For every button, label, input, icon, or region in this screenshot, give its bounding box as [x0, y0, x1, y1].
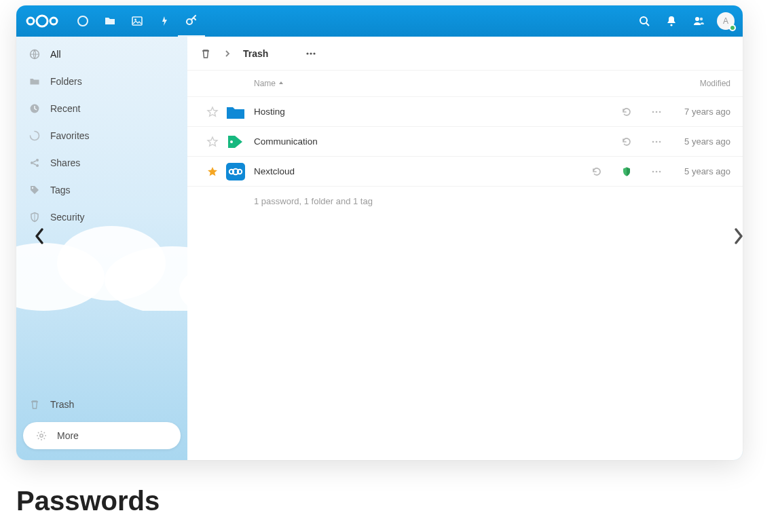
sidebar-item-label: Trash — [50, 399, 74, 410]
avatar-initial: A — [723, 16, 728, 26]
list-summary: 1 password, 1 folder and 1 tag — [187, 186, 743, 206]
passwords-app-icon[interactable] — [178, 5, 205, 37]
trash-icon — [29, 398, 41, 411]
sidebar-item-tags[interactable]: Tags — [16, 176, 187, 204]
favorite-toggle[interactable] — [200, 106, 225, 118]
item-modified: 5 years ago — [663, 136, 730, 147]
item-name[interactable]: Hosting — [254, 107, 554, 117]
item-name[interactable]: Communication — [254, 136, 554, 147]
list-row[interactable]: Nextcloud 5 years ago — [187, 156, 743, 186]
files-app-icon[interactable] — [96, 5, 124, 37]
activity-app-icon[interactable] — [151, 5, 178, 37]
svg-point-38 — [656, 170, 658, 172]
column-name-label: Name — [254, 79, 276, 88]
globe-icon — [29, 48, 41, 60]
svg-point-11 — [640, 17, 647, 24]
svg-rect-8 — [132, 17, 142, 25]
sidebar-item-label: More — [57, 430, 79, 441]
page-title: Passwords — [16, 486, 160, 516]
favorite-toggle[interactable] — [200, 136, 225, 148]
svg-point-14 — [695, 17, 699, 21]
svg-point-22 — [40, 434, 43, 437]
sidebar-item-more[interactable]: More — [23, 422, 181, 449]
column-modified-header[interactable]: Modified — [663, 79, 730, 88]
breadcrumb: Trash — [187, 37, 743, 71]
contacts-icon[interactable] — [690, 12, 707, 30]
search-icon[interactable] — [635, 12, 653, 30]
list-row[interactable]: Communication 5 years ago — [187, 126, 743, 156]
trash-icon[interactable] — [200, 48, 212, 60]
dashboard-app-icon[interactable] — [69, 5, 96, 37]
sidebar-item-label: Favorites — [50, 130, 90, 141]
nextcloud-logo[interactable] — [24, 12, 60, 30]
password-icon — [225, 162, 254, 181]
svg-point-5 — [37, 16, 48, 26]
sidebar-item-favorites[interactable]: Favorites — [16, 122, 187, 149]
svg-point-28 — [659, 111, 661, 113]
sidebar-item-label: Shares — [50, 157, 80, 168]
security-shield-icon[interactable] — [620, 166, 633, 178]
svg-point-31 — [656, 140, 658, 142]
breadcrumb-title: Trash — [243, 48, 268, 59]
content: Trash Name Modified — [187, 37, 743, 460]
folder-icon — [29, 75, 41, 88]
restore-icon[interactable] — [620, 106, 633, 118]
app-window: A All Folders Recent Favorites — [16, 5, 743, 460]
column-name-header[interactable]: Name — [254, 79, 554, 88]
svg-point-13 — [670, 24, 672, 26]
svg-line-12 — [646, 23, 649, 26]
clock-icon — [29, 102, 41, 115]
svg-point-6 — [50, 18, 57, 24]
sidebar-item-shares[interactable]: Shares — [16, 149, 187, 176]
sidebar-item-folders[interactable]: Folders — [16, 68, 187, 95]
svg-point-32 — [659, 140, 661, 142]
status-online-icon — [729, 24, 736, 31]
svg-point-19 — [36, 159, 39, 162]
carousel-prev-icon[interactable] — [27, 224, 52, 248]
carousel-next-icon[interactable] — [726, 224, 751, 248]
sidebar-item-trash[interactable]: Trash — [16, 391, 187, 418]
item-modified: 5 years ago — [663, 166, 730, 176]
sidebar-item-label: Tags — [50, 185, 71, 195]
svg-point-20 — [36, 164, 39, 167]
svg-point-27 — [656, 111, 658, 113]
more-icon[interactable] — [650, 136, 663, 148]
sidebar-item-all[interactable]: All — [16, 41, 187, 68]
more-icon[interactable] — [650, 106, 663, 118]
item-modified: 7 years ago — [663, 107, 730, 117]
svg-point-18 — [31, 162, 33, 164]
notifications-icon[interactable] — [663, 12, 680, 30]
svg-point-21 — [32, 187, 33, 189]
svg-point-24 — [310, 52, 312, 54]
restore-icon[interactable] — [620, 136, 633, 148]
list-header: Name Modified — [187, 71, 743, 96]
sidebar-item-label: Security — [50, 212, 85, 223]
chevron-right-icon — [221, 48, 234, 60]
share-icon — [29, 157, 41, 169]
breadcrumb-more-icon[interactable] — [305, 48, 317, 60]
svg-point-26 — [652, 111, 654, 113]
svg-point-7 — [78, 16, 88, 26]
list-row[interactable]: Hosting 7 years ago — [187, 96, 743, 126]
tag-icon — [225, 133, 254, 151]
item-name[interactable]: Nextcloud — [254, 166, 554, 176]
body: All Folders Recent Favorites Shares Tags — [16, 37, 743, 460]
svg-point-4 — [27, 18, 34, 24]
sidebar-item-label: Folders — [50, 76, 82, 87]
svg-point-37 — [652, 170, 654, 172]
sidebar-item-label: Recent — [50, 103, 80, 114]
favorite-toggle[interactable] — [200, 166, 225, 178]
user-avatar[interactable]: A — [717, 12, 735, 30]
svg-point-29 — [230, 140, 233, 143]
topbar: A — [16, 5, 743, 37]
restore-icon[interactable] — [591, 166, 603, 178]
app-icons — [69, 5, 205, 37]
sidebar-item-recent[interactable]: Recent — [16, 95, 187, 122]
more-icon[interactable] — [650, 166, 663, 178]
sidebar-item-label: All — [50, 49, 61, 60]
gear-icon — [35, 430, 48, 442]
column-modified-label: Modified — [700, 79, 730, 88]
svg-point-25 — [314, 52, 316, 54]
svg-point-39 — [659, 170, 661, 172]
photos-app-icon[interactable] — [124, 5, 151, 37]
